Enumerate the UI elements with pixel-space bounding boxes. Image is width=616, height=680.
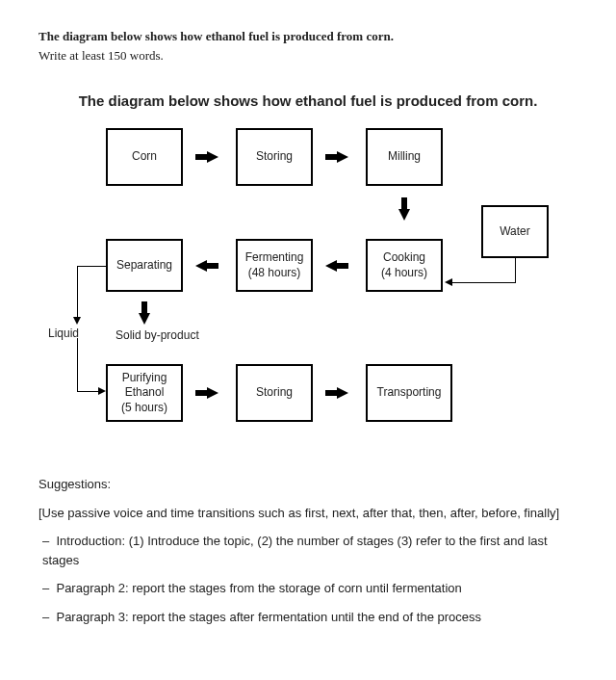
box-fermenting: Fermenting (48 hours): [236, 239, 313, 292]
arrow-left-icon: [445, 278, 452, 286]
connector-line: [77, 266, 78, 319]
suggestion-text: Introduction: (1) Introduce the topic, (…: [42, 534, 548, 567]
process-diagram: Corn Storing Milling Water Cooking (4 ho…: [38, 128, 578, 446]
arrow-right-icon: [337, 387, 348, 399]
box-storing-1: Storing: [236, 128, 313, 186]
task-title: The diagram below shows how ethanol fuel…: [38, 29, 578, 44]
box-transporting: Transporting: [366, 364, 452, 422]
suggestions-heading: Suggestions:: [38, 475, 578, 494]
connector-line: [77, 338, 78, 391]
suggestions-note: [Use passive voice and time transitions …: [38, 504, 578, 523]
connector-line: [77, 391, 98, 392]
arrow-down-icon: [73, 317, 81, 325]
connector-line: [452, 282, 516, 283]
box-separating: Separating: [106, 239, 183, 292]
suggestion-text: Paragraph 2: report the stages from the …: [56, 581, 461, 595]
box-milling: Milling: [366, 128, 443, 186]
suggestions-block: Suggestions: [Use passive voice and time…: [38, 475, 578, 626]
suggestion-item: – Paragraph 3: report the stages after f…: [42, 608, 578, 627]
suggestion-item: – Introduction: (1) Introduce the topic,…: [42, 532, 578, 569]
connector-line: [515, 258, 516, 282]
connector-line: [77, 266, 106, 267]
arrow-right-icon: [98, 387, 106, 395]
arrow-right-icon: [207, 387, 218, 399]
arrow-down-icon: [398, 209, 410, 221]
arrow-down-icon: [139, 313, 150, 325]
label-solid: Solid by-product: [116, 328, 199, 342]
box-water: Water: [481, 205, 549, 258]
label-liquid: Liquid: [48, 327, 79, 340]
arrow-left-icon: [195, 260, 207, 272]
box-storing-2: Storing: [236, 364, 313, 422]
box-corn: Corn: [106, 128, 183, 186]
diagram-title: The diagram below shows how ethanol fuel…: [38, 92, 578, 109]
arrow-left-icon: [325, 260, 337, 272]
arrow-right-icon: [207, 151, 218, 163]
box-purifying: Purifying Ethanol (5 hours): [106, 364, 183, 422]
suggestion-item: – Paragraph 2: report the stages from th…: [42, 579, 578, 598]
task-subtitle: Write at least 150 words.: [38, 48, 578, 64]
arrow-right-icon: [337, 151, 348, 163]
box-cooking: Cooking (4 hours): [366, 239, 443, 292]
suggestion-text: Paragraph 3: report the stages after fer…: [56, 610, 481, 624]
